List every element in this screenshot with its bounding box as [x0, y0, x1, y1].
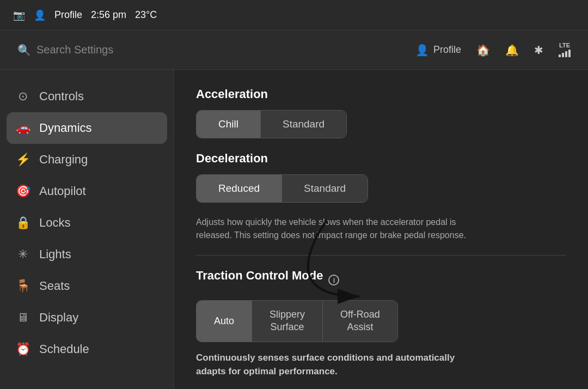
sidebar-item-controls[interactable]: ⊙ Controls	[0, 81, 174, 112]
deceleration-section: Deceleration Reduced Standard Adjusts ho…	[196, 151, 566, 242]
search-placeholder-label: Search Settings	[36, 44, 113, 56]
sidebar-item-schedule[interactable]: ⏰ Schedule	[0, 333, 174, 365]
dynamics-icon: 🚗	[15, 121, 30, 135]
sidebar-label-autopilot: Autopilot	[39, 184, 86, 198]
sidebar-item-locks[interactable]: 🔒 Locks	[0, 207, 174, 239]
bell-icon: 🔔	[505, 44, 519, 57]
nav-profile-label: Profile	[433, 44, 461, 56]
sidebar-item-dynamics[interactable]: 🚗 Dynamics	[7, 112, 167, 144]
profile-icon-status: 👤	[34, 9, 46, 21]
status-time: 2:56 pm	[91, 9, 126, 21]
nav-bar: 🔍 Search Settings 👤 Profile 🏠 🔔 ✱ LTE	[0, 31, 588, 70]
charging-icon: ⚡	[15, 153, 30, 167]
sidebar-item-seats[interactable]: 🪑 Seats	[0, 270, 174, 302]
signal-bar-4	[568, 50, 571, 57]
nav-bluetooth[interactable]: ✱	[534, 44, 543, 57]
nav-right: 👤 Profile 🏠 🔔 ✱ LTE	[415, 42, 571, 57]
main-content: ⊙ Controls 🚗 Dynamics ⚡ Charging 🎯 Autop…	[0, 70, 588, 389]
sidebar-label-dynamics: Dynamics	[39, 121, 92, 135]
settings-content: Acceleration Chill Standard Deceleration…	[174, 70, 588, 389]
nav-home[interactable]: 🏠	[476, 44, 490, 57]
autopilot-icon: 🎯	[15, 184, 30, 198]
sidebar-label-charging: Charging	[39, 153, 88, 167]
acceleration-standard-button[interactable]: Standard	[261, 111, 346, 138]
display-icon: 🖥	[15, 311, 30, 325]
status-profile-label: Profile	[54, 9, 82, 21]
sidebar-label-schedule: Schedule	[39, 342, 89, 356]
traction-button-group: Auto SlipperySurface Off-RoadAssist	[196, 300, 398, 342]
section-divider	[196, 255, 566, 256]
sidebar-item-charging[interactable]: ⚡ Charging	[0, 144, 174, 175]
camera-icon: 📷	[13, 9, 25, 21]
sidebar-item-lights[interactable]: ✳ Lights	[0, 239, 174, 270]
nav-bell[interactable]: 🔔	[505, 44, 519, 57]
traction-title: Traction Control Mode	[196, 269, 323, 283]
bluetooth-icon: ✱	[534, 44, 543, 57]
acceleration-title: Acceleration	[196, 87, 566, 101]
deceleration-standard-button[interactable]: Standard	[282, 175, 367, 202]
sidebar-label-lights: Lights	[39, 247, 71, 262]
traction-info-icon[interactable]: i	[328, 275, 339, 285]
nav-signal: LTE	[559, 42, 571, 57]
signal-bar-1	[559, 54, 561, 57]
home-icon: 🏠	[476, 44, 490, 57]
schedule-icon: ⏰	[15, 342, 30, 356]
controls-icon: ⊙	[15, 89, 30, 104]
locks-icon: 🔒	[15, 216, 30, 230]
status-temperature: 23°C	[135, 9, 157, 21]
signal-bar-2	[562, 53, 564, 57]
sidebar-label-display: Display	[39, 311, 78, 325]
search-section[interactable]: 🔍 Search Settings	[17, 44, 405, 57]
sidebar-label-seats: Seats	[39, 279, 70, 293]
deceleration-button-group: Reduced Standard	[196, 174, 368, 203]
deceleration-reduced-button[interactable]: Reduced	[197, 175, 282, 202]
profile-nav-icon: 👤	[415, 44, 429, 57]
sidebar-item-autopilot[interactable]: 🎯 Autopilot	[0, 175, 174, 207]
sidebar: ⊙ Controls 🚗 Dynamics ⚡ Charging 🎯 Autop…	[0, 70, 174, 389]
signal-bar-3	[565, 51, 567, 57]
traction-title-row: Traction Control Mode i	[196, 269, 566, 291]
sidebar-item-display[interactable]: 🖥 Display	[0, 302, 174, 333]
traction-auto-button[interactable]: Auto	[197, 301, 252, 342]
acceleration-chill-button[interactable]: Chill	[197, 111, 261, 138]
traction-slippery-button[interactable]: SlipperySurface	[252, 301, 323, 342]
signal-bars	[559, 48, 571, 57]
acceleration-section: Acceleration Chill Standard	[196, 87, 566, 138]
deceleration-description: Adjusts how quickly the vehicle slows wh…	[196, 216, 479, 242]
lights-icon: ✳	[15, 247, 30, 262]
nav-profile[interactable]: 👤 Profile	[415, 44, 461, 57]
traction-description: Continuously senses surface conditions a…	[196, 351, 479, 379]
seats-icon: 🪑	[15, 279, 30, 293]
search-icon: 🔍	[17, 44, 31, 57]
deceleration-title: Deceleration	[196, 151, 566, 166]
sidebar-label-controls: Controls	[39, 89, 84, 104]
acceleration-button-group: Chill Standard	[196, 110, 347, 138]
status-bar: 📷 👤 Profile 2:56 pm 23°C	[0, 0, 588, 31]
traction-section: Traction Control Mode i Auto SlipperySur…	[196, 269, 566, 379]
lte-label: LTE	[559, 42, 570, 48]
sidebar-label-locks: Locks	[39, 216, 70, 230]
traction-offroad-button[interactable]: Off-RoadAssist	[323, 301, 397, 342]
